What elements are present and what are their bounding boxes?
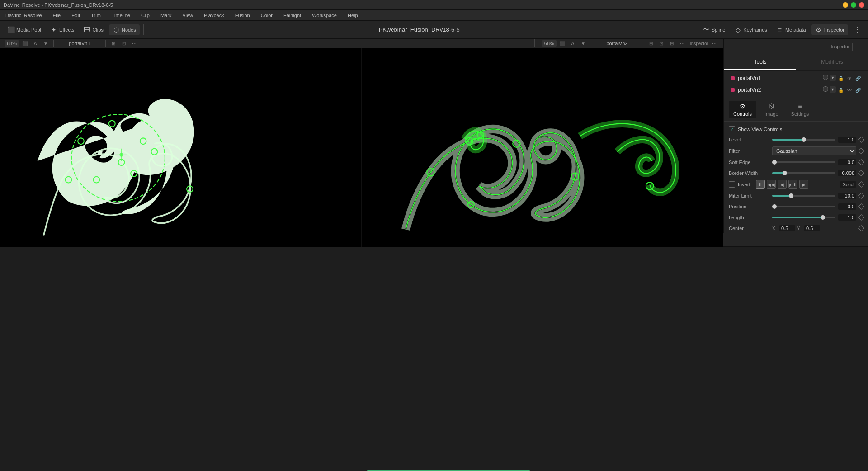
menu-view[interactable]: View bbox=[180, 12, 195, 19]
menu-color[interactable]: Color bbox=[259, 12, 274, 19]
soft-edge-thumb[interactable] bbox=[772, 160, 777, 165]
right-layout-btn2[interactable]: ⊡ bbox=[657, 39, 666, 48]
left-layout-btn2[interactable]: ⊡ bbox=[119, 39, 128, 48]
node-eye-btn2[interactable]: 👁 bbox=[846, 86, 853, 94]
minimize-button[interactable] bbox=[843, 2, 848, 8]
level-thumb[interactable] bbox=[802, 137, 806, 142]
right-viewer-btn2[interactable]: ▼ bbox=[579, 39, 588, 48]
left-layout-btn3[interactable]: ⋯ bbox=[130, 39, 139, 48]
border-width-keyframe[interactable] bbox=[858, 170, 864, 176]
inspector-more-options[interactable]: ⋯ bbox=[855, 42, 864, 52]
node-link-btn2[interactable]: 🔗 bbox=[854, 86, 862, 94]
center-y-value[interactable]: 0.5 bbox=[804, 225, 820, 231]
nodes-canvas[interactable]: Background16 Merge15 portalVn1 PV_fill bbox=[0, 247, 868, 471]
menu-edit[interactable]: Edit bbox=[70, 12, 82, 19]
inspector-button[interactable]: ⚙ Inspector bbox=[811, 24, 848, 35]
border-width-thumb[interactable] bbox=[783, 171, 787, 175]
node-expand-btn[interactable]: ▼ bbox=[830, 75, 836, 81]
more-options-button[interactable]: ⋮ bbox=[850, 24, 864, 36]
metadata-button[interactable]: ≡ Metadata bbox=[773, 24, 810, 35]
filter-select[interactable]: Gaussian Box Bartlett bbox=[772, 146, 856, 155]
menu-timeline[interactable]: Timeline bbox=[110, 12, 132, 19]
center-keyframe[interactable] bbox=[858, 225, 864, 231]
left-layout-btn1[interactable]: ⊞ bbox=[109, 39, 118, 48]
menu-help[interactable]: Help bbox=[346, 12, 360, 19]
length-slider[interactable] bbox=[772, 214, 835, 221]
border-style-btn1[interactable]: ⏸ bbox=[756, 180, 765, 189]
node-color-picker[interactable] bbox=[823, 75, 828, 80]
left-viewer-btn1[interactable]: ⬛ bbox=[20, 39, 29, 48]
position-slider[interactable] bbox=[772, 203, 835, 210]
position-keyframe[interactable] bbox=[858, 203, 864, 210]
level-slider[interactable] bbox=[772, 136, 835, 143]
menu-fusion[interactable]: Fusion bbox=[233, 12, 252, 19]
inspector-node-portalvn1[interactable]: portalVn1 ▼ 🔒 👁 🔗 bbox=[728, 73, 864, 83]
node-lock-btn2[interactable]: 🔒 bbox=[837, 86, 844, 94]
level-keyframe[interactable] bbox=[858, 137, 864, 143]
center-x-value[interactable]: 0.5 bbox=[779, 225, 795, 231]
border-style-keyframe[interactable] bbox=[858, 181, 864, 188]
media-pool-button[interactable]: ⬛ Media Pool bbox=[4, 24, 45, 35]
right-more-btn[interactable]: ⋯ bbox=[678, 39, 687, 48]
node-expand-btn2[interactable]: ▼ bbox=[830, 86, 836, 93]
left-viewer-btn3[interactable]: ▼ bbox=[41, 39, 50, 48]
length-keyframe[interactable] bbox=[858, 214, 864, 221]
menu-clip[interactable]: Clip bbox=[139, 12, 151, 19]
right-viewer-btn-a[interactable]: A bbox=[568, 39, 577, 48]
menu-workspace[interactable]: Workspace bbox=[310, 12, 339, 19]
right-zoom-level[interactable]: 68% bbox=[542, 40, 557, 47]
soft-edge-slider[interactable] bbox=[772, 159, 835, 166]
tab-modifiers[interactable]: Modifiers bbox=[796, 55, 868, 70]
border-width-slider[interactable] bbox=[772, 170, 835, 177]
keyframes-button[interactable]: ◇ Keyframes bbox=[731, 24, 771, 35]
miter-limit-slider[interactable] bbox=[772, 192, 835, 199]
tab-tools[interactable]: Tools bbox=[724, 55, 796, 70]
node-eye-btn[interactable]: 👁 bbox=[846, 75, 853, 82]
clips-button[interactable]: 🎞 Clips bbox=[80, 24, 107, 35]
miter-limit-thumb[interactable] bbox=[789, 193, 793, 198]
length-thumb[interactable] bbox=[821, 215, 825, 220]
nodes-button[interactable]: ⬡ Nodes bbox=[109, 24, 140, 35]
tab-controls[interactable]: ⚙ Controls bbox=[729, 101, 756, 118]
show-view-controls-row[interactable]: ✓ Show View Controls bbox=[724, 124, 868, 134]
menu-fairlight[interactable]: Fairlight bbox=[282, 12, 303, 19]
show-view-controls-checkbox[interactable]: ✓ bbox=[729, 126, 735, 132]
miter-limit-keyframe[interactable] bbox=[858, 193, 864, 199]
border-style-btn3[interactable]: ◀ bbox=[778, 180, 787, 189]
menu-trim[interactable]: Trim bbox=[89, 12, 103, 19]
menu-mark[interactable]: Mark bbox=[159, 12, 173, 19]
node-lock-btn[interactable]: 🔒 bbox=[837, 75, 844, 82]
invert-checkbox[interactable] bbox=[729, 181, 735, 188]
titlebar: DaVinci Resolve - PKwebinar_Fusion_DRv18… bbox=[0, 0, 868, 10]
right-viewer[interactable] bbox=[362, 48, 724, 261]
right-layout-btn3[interactable]: ⊟ bbox=[667, 39, 676, 48]
nodes-more-btn[interactable]: ⋯ bbox=[856, 236, 863, 244]
close-button[interactable] bbox=[859, 2, 864, 8]
node-link-btn[interactable]: 🔗 bbox=[854, 75, 862, 82]
effects-button[interactable]: ✦ Effects bbox=[47, 24, 78, 35]
image-icon: 🖼 bbox=[768, 103, 774, 110]
soft-edge-keyframe[interactable] bbox=[858, 159, 864, 165]
menu-file[interactable]: File bbox=[51, 12, 63, 19]
maximize-button[interactable] bbox=[851, 2, 856, 8]
menu-playback[interactable]: Playback bbox=[202, 12, 226, 19]
tab-settings[interactable]: ≡ Settings bbox=[787, 101, 814, 118]
menu-davinci[interactable]: DaVinci Resolve bbox=[4, 12, 44, 19]
left-viewer[interactable] bbox=[0, 48, 362, 261]
border-style-btn2[interactable]: ◀◀ bbox=[767, 180, 776, 189]
tab-image[interactable]: 🖼 Image bbox=[760, 101, 783, 118]
right-layout-btn1[interactable]: ⊞ bbox=[646, 39, 656, 48]
left-zoom-level[interactable]: 68% bbox=[5, 40, 19, 47]
inspector-more-btn[interactable]: ⋯ bbox=[710, 39, 719, 48]
center-y-label: Y bbox=[797, 226, 802, 231]
inspector-node-portalvn2[interactable]: portalVn2 ▼ 🔒 👁 🔗 bbox=[728, 85, 864, 95]
border-style-btn5[interactable]: ▶ bbox=[799, 180, 808, 189]
filter-keyframe[interactable] bbox=[858, 148, 864, 154]
border-style-btn4[interactable]: ⏵⏸ bbox=[788, 180, 797, 189]
right-viewer-btn1[interactable]: ⬛ bbox=[558, 39, 567, 48]
left-viewer-btn2[interactable]: A bbox=[31, 39, 40, 48]
level-label: Level bbox=[729, 137, 769, 142]
node-color-picker2[interactable] bbox=[823, 86, 828, 92]
spline-button[interactable]: 〜 Spline bbox=[699, 24, 729, 35]
position-thumb[interactable] bbox=[772, 204, 777, 209]
